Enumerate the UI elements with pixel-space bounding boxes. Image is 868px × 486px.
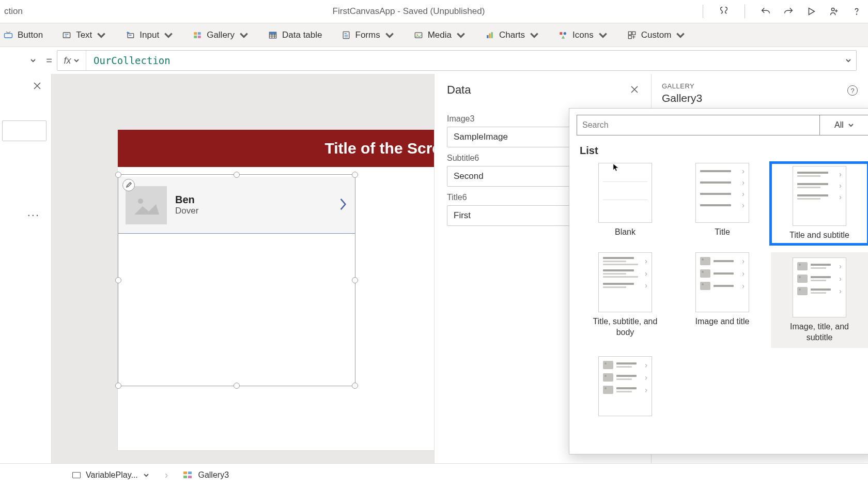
svg-rect-7 (194, 35, 197, 38)
ribbon-forms-label: Forms (355, 30, 380, 40)
svg-rect-4 (128, 33, 134, 37)
gallery-icon (183, 472, 193, 479)
screen-icon (72, 472, 81, 478)
layout-filter-dropdown[interactable]: All (819, 115, 868, 135)
insert-ribbon: Button Text Input Gallery Data table For… (0, 23, 868, 47)
redo-icon[interactable] (777, 0, 800, 23)
ribbon-media[interactable]: Media (410, 26, 469, 44)
help-icon[interactable]: ? (847, 85, 858, 96)
ribbon-custom[interactable]: Custom (624, 26, 689, 44)
control-category: GALLERY (662, 82, 858, 90)
resize-handle[interactable] (234, 383, 240, 389)
resize-handle[interactable] (234, 172, 240, 178)
undo-icon[interactable] (754, 0, 777, 23)
ribbon-button[interactable]: Button (0, 26, 46, 44)
close-icon[interactable] (33, 81, 42, 93)
chevron-down-icon (73, 57, 80, 64)
ribbon-input[interactable]: Input (122, 26, 177, 44)
chevron-down-icon (30, 57, 36, 64)
chevron-down-icon (143, 472, 149, 478)
fx-prefix[interactable]: fx (57, 51, 86, 70)
ribbon-gallery[interactable]: Gallery (189, 26, 252, 44)
formula-expand-icon[interactable] (841, 57, 856, 64)
canvas-area: Title of the Screen Ben Dover (52, 74, 434, 463)
ribbon-button-label: Button (18, 30, 43, 40)
separator (745, 5, 745, 18)
ribbon-charts-label: Charts (499, 30, 525, 40)
resize-handle[interactable] (352, 383, 358, 389)
formula-input-wrapper: fx OurCollection (57, 50, 857, 71)
gallery-item[interactable]: Ben Dover (118, 177, 355, 234)
svg-rect-3 (63, 33, 70, 38)
ribbon-forms[interactable]: Forms (338, 26, 398, 44)
chevron-down-icon (675, 30, 686, 40)
chevron-down-icon (598, 30, 608, 40)
property-selector[interactable] (0, 50, 41, 71)
screen-title: Title of the Screen (118, 130, 434, 167)
chevron-down-icon (456, 30, 466, 40)
layout-option-image-title[interactable]: › › › Image and title (674, 252, 771, 348)
svg-rect-5 (194, 32, 197, 35)
svg-rect-10 (269, 32, 276, 34)
layout-option-image-title-subtitle[interactable]: › › › Image, title, and subtitle (771, 252, 868, 348)
chevron-down-icon (529, 30, 539, 40)
more-icon[interactable]: ··· (27, 208, 40, 222)
svg-rect-8 (198, 35, 201, 38)
close-icon[interactable] (630, 83, 639, 97)
ribbon-icons-label: Icons (572, 30, 594, 40)
layout-picker-popup: Search All List Blank (569, 108, 868, 454)
svg-rect-15 (489, 33, 490, 38)
svg-point-1 (856, 14, 857, 14)
edit-icon[interactable] (122, 179, 135, 191)
layout-option-extra[interactable]: › › › (577, 356, 674, 416)
title-bar: ction FirstCanvasApp - Saved (Unpublishe… (0, 0, 868, 23)
resize-handle[interactable] (352, 277, 358, 283)
svg-rect-17 (560, 32, 562, 35)
resize-handle[interactable] (352, 172, 358, 178)
svg-point-18 (564, 32, 566, 35)
layout-search-input[interactable]: Search (577, 115, 819, 135)
app-title: FirstCanvasApp - Saved (Unpublished) (124, 6, 693, 17)
resize-handle[interactable] (115, 383, 121, 389)
layout-option-title[interactable]: › › › › Title (674, 163, 771, 244)
svg-rect-16 (491, 32, 493, 38)
ribbon-data-table-label: Data table (282, 30, 322, 40)
layout-option-title-subtitle[interactable]: › › › Title and subtitle (771, 163, 868, 244)
svg-rect-2 (5, 33, 12, 37)
svg-rect-19 (628, 32, 631, 35)
properties-panel: GALLERY Gallery3 ? Properties Advanced D… (651, 74, 868, 463)
control-name: Gallery3 (662, 92, 858, 104)
chevron-down-icon (239, 30, 249, 40)
share-icon[interactable] (823, 0, 845, 23)
breadcrumb-control[interactable]: Gallery3 (183, 470, 229, 480)
ribbon-gallery-label: Gallery (207, 30, 235, 40)
separator (703, 5, 703, 18)
svg-rect-21 (628, 35, 631, 38)
ribbon-data-table[interactable]: Data table (265, 26, 326, 44)
formula-input[interactable]: OurCollection (86, 55, 841, 66)
chevron-right-icon[interactable] (338, 198, 348, 213)
equals-label: = (41, 55, 57, 67)
chevron-down-icon (96, 30, 106, 40)
help-icon[interactable] (845, 0, 868, 23)
breadcrumb-screen[interactable]: VariablePlay... (72, 470, 149, 480)
layout-option-title-subtitle-body[interactable]: › › › Title, subtitle, and body (577, 252, 674, 348)
ribbon-input-label: Input (140, 30, 159, 40)
ribbon-charts[interactable]: Charts (482, 26, 542, 44)
svg-rect-14 (487, 35, 488, 38)
chevron-down-icon (384, 30, 395, 40)
tree-view-pane: ··· (0, 74, 52, 463)
resize-handle[interactable] (115, 172, 121, 178)
gallery-selection[interactable]: Ben Dover (118, 174, 355, 386)
ribbon-icons[interactable]: Icons (555, 26, 611, 44)
play-icon[interactable] (800, 0, 823, 23)
breadcrumb-separator: › (165, 469, 168, 481)
formula-bar: = fx OurCollection (0, 47, 868, 74)
app-checker-icon[interactable] (712, 0, 735, 23)
title-bar-left-trunc: ction (0, 6, 124, 17)
layout-option-blank[interactable]: Blank (577, 163, 674, 244)
resize-handle[interactable] (115, 277, 121, 283)
search-input[interactable] (2, 120, 47, 141)
ribbon-text[interactable]: Text (58, 26, 110, 44)
svg-point-13 (416, 34, 418, 35)
